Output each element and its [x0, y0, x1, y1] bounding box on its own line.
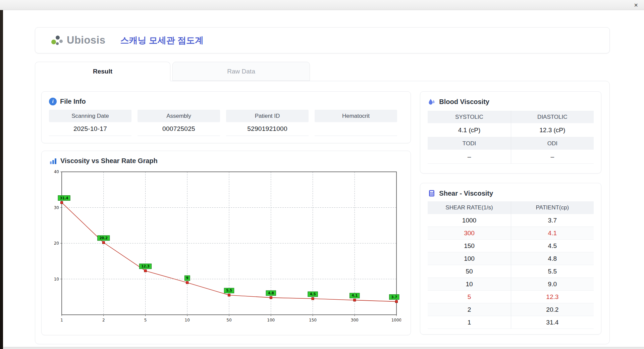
svg-text:2: 2 — [102, 318, 105, 322]
blood-viscosity-table: SYSTOLICDIASTOLIC4.1 (cP)12.3 (cP)TODIOD… — [428, 111, 594, 164]
field-value — [315, 122, 397, 136]
table-row: 3004.1 — [428, 227, 594, 240]
field-label: Patient ID — [226, 110, 309, 122]
file-info-fields: Scanning Date2025-10-17Assembly000725025… — [49, 110, 403, 136]
file-info-title: File Info — [60, 98, 86, 105]
blood-viscosity-title: Blood Viscosity — [439, 98, 489, 106]
svg-text:300: 300 — [351, 318, 359, 322]
app-content: Ubiosis 스캐닝 모세관 점도계 ResultRaw Data i Fil… — [35, 27, 610, 344]
field-value: 2025-10-17 — [49, 122, 131, 136]
field-label: Scanning Date — [49, 110, 131, 122]
sv-shear-cell: 100 — [428, 252, 511, 265]
bv-value: – — [511, 150, 594, 164]
svg-text:12.3: 12.3 — [141, 264, 150, 268]
svg-text:5: 5 — [144, 318, 147, 322]
tab-raw-data[interactable]: Raw Data — [172, 62, 310, 81]
svg-text:4.5: 4.5 — [310, 292, 316, 296]
svg-text:20: 20 — [54, 241, 59, 246]
shear-viscosity-head: Shear - Viscosity — [428, 189, 594, 197]
svg-text:30: 30 — [54, 205, 59, 210]
svg-text:50: 50 — [226, 318, 231, 322]
table-row: 1504.5 — [428, 240, 594, 252]
right-column: Blood Viscosity SYSTOLICDIASTOLIC4.1 (cP… — [420, 91, 601, 335]
svg-text:4.1: 4.1 — [352, 294, 358, 297]
svg-text:20.2: 20.2 — [99, 236, 108, 240]
svg-text:100: 100 — [267, 318, 275, 322]
viscosity-shear-line-chart: 102030401251050100150300100031.420.212.3… — [49, 168, 401, 326]
file-info-field: Scanning Date2025-10-17 — [49, 110, 131, 136]
graph-card: Viscosity vs Shear Rate Graph 1020304012… — [41, 151, 411, 335]
bv-value: 4.1 (cP) — [428, 123, 511, 137]
sv-patient-cell: 4.1 — [511, 227, 594, 239]
svg-text:3.7: 3.7 — [391, 295, 397, 299]
sv-patient-cell: 20.2 — [511, 303, 594, 316]
bv-label: ODI — [511, 137, 594, 150]
svg-text:4.8: 4.8 — [268, 291, 274, 295]
graph-title: Viscosity vs Shear Rate Graph — [60, 157, 158, 165]
sv-patient-cell: 31.4 — [511, 316, 594, 329]
tabs: ResultRaw Data — [35, 62, 610, 81]
calculator-icon — [428, 189, 436, 197]
bv-label: TODI — [428, 137, 511, 150]
blood-viscosity-head: Blood Viscosity — [428, 98, 594, 106]
table-row: 131.4 — [428, 316, 594, 329]
shear-viscosity-title: Shear - Viscosity — [439, 190, 493, 197]
shear-viscosity-table: SHEAR RATE(1/s)PATIENT(cp) 10003.73004.1… — [428, 201, 594, 329]
svg-text:10: 10 — [54, 277, 59, 281]
sv-shear-cell: 300 — [428, 227, 511, 239]
droplets-icon — [428, 98, 436, 106]
bv-label: SYSTOLIC — [428, 111, 511, 123]
shear-viscosity-card: Shear - Viscosity SHEAR RATE(1/s)PATIENT… — [420, 183, 601, 335]
svg-text:31.4: 31.4 — [60, 196, 68, 200]
tab-result[interactable]: Result — [35, 62, 170, 81]
desktop-edge-strip — [0, 10, 3, 349]
bv-value: – — [428, 150, 511, 164]
field-value: 000725025 — [138, 122, 220, 136]
svg-text:5.5: 5.5 — [226, 289, 232, 292]
sv-patient-cell: 3.7 — [511, 214, 594, 227]
svg-text:1: 1 — [60, 318, 63, 322]
table-row: 109.0 — [428, 278, 594, 291]
sv-shear-cell: 50 — [428, 265, 511, 278]
sv-shear-cell: 150 — [428, 240, 511, 252]
viscosity-chart: 102030401251050100150300100031.420.212.3… — [49, 168, 403, 327]
table-row: 505.5 — [428, 265, 594, 278]
window-bottom-edge — [3, 347, 644, 349]
close-icon[interactable]: × — [634, 1, 638, 9]
sv-shear-cell: 1 — [428, 316, 511, 329]
bv-label: DIASTOLIC — [511, 111, 594, 123]
file-info-field: Assembly000725025 — [138, 110, 220, 136]
field-label: Assembly — [138, 110, 220, 122]
sv-column-header: PATIENT(cp) — [511, 201, 594, 214]
file-info-card: i File Info Scanning Date2025-10-17Assem… — [41, 91, 411, 143]
file-info-field: Patient ID52901921000 — [226, 110, 309, 136]
window-titlebar: × — [0, 0, 644, 10]
table-row: 10003.7 — [428, 214, 594, 227]
svg-text:40: 40 — [54, 169, 59, 174]
table-row: 512.3 — [428, 291, 594, 303]
graph-head: Viscosity vs Shear Rate Graph — [49, 157, 403, 165]
svg-text:1000: 1000 — [391, 318, 401, 322]
page-title: 스캐닝 모세관 점도계 — [120, 35, 203, 46]
svg-text:9: 9 — [186, 276, 189, 280]
sv-patient-cell: 4.8 — [511, 252, 594, 265]
svg-text:150: 150 — [309, 318, 317, 322]
ubiosis-logo: Ubiosis — [51, 34, 105, 47]
field-value: 52901921000 — [226, 122, 309, 136]
sv-shear-cell: 5 — [428, 291, 511, 303]
file-info-field: Hematocrit — [315, 110, 397, 136]
left-column: i File Info Scanning Date2025-10-17Assem… — [41, 91, 411, 335]
sv-shear-cell: 1000 — [428, 214, 511, 227]
field-label: Hematocrit — [315, 110, 397, 122]
sv-patient-cell: 5.5 — [511, 265, 594, 278]
bv-value: 12.3 (cP) — [511, 123, 594, 137]
table-row: 1004.8 — [428, 252, 594, 265]
sv-patient-cell: 12.3 — [511, 291, 594, 303]
shear-table-head: SHEAR RATE(1/s)PATIENT(cp) — [428, 201, 594, 214]
sv-column-header: SHEAR RATE(1/s) — [428, 201, 511, 214]
brand-name: Ubiosis — [67, 34, 105, 46]
svg-text:10: 10 — [185, 318, 190, 322]
file-info-head: i File Info — [49, 98, 403, 105]
sv-shear-cell: 10 — [428, 278, 511, 290]
shear-table-body: 10003.73004.11504.51004.8505.5109.0512.3… — [428, 214, 594, 329]
